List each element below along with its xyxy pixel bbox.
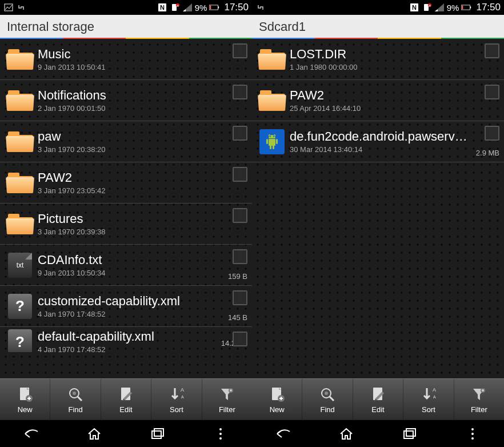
file-name: Music	[38, 47, 247, 62]
sort-icon: AA	[419, 385, 438, 404]
tool-label: New	[270, 405, 285, 414]
file-size: 159 B	[228, 272, 247, 281]
page-title: Sdcard1	[252, 15, 504, 39]
file-date: 3 Jan 1970 20:38:20	[38, 145, 247, 154]
tool-label: New	[18, 405, 33, 414]
select-checkbox[interactable]	[485, 43, 499, 58]
menu-button[interactable]	[205, 424, 237, 444]
edit-icon	[117, 385, 136, 404]
file-list-left[interactable]: Music9 Jan 2013 10:50:41 Notifications2 …	[0, 39, 252, 378]
select-checkbox[interactable]	[233, 43, 247, 58]
svg-point-26	[219, 433, 222, 435]
list-item[interactable]: txt CDAInfo.txt9 Jan 2013 10:50:34 159 B	[0, 245, 252, 286]
list-item[interactable]: de.fun2code.android.pawserv…30 Mar 2014 …	[252, 121, 504, 162]
svg-line-44	[274, 134, 275, 136]
list-item[interactable]: ? default-capability.xml4 Jan 1970 17:48…	[0, 327, 252, 352]
select-checkbox[interactable]	[233, 332, 247, 346]
select-checkbox[interactable]	[233, 167, 247, 182]
home-button[interactable]	[78, 424, 110, 444]
svg-rect-36	[470, 6, 471, 8]
back-button[interactable]	[267, 424, 299, 444]
select-checkbox[interactable]	[233, 126, 247, 141]
battery-icon	[209, 3, 219, 12]
svg-text:A: A	[433, 387, 436, 393]
list-item[interactable]: Music9 Jan 2013 10:50:41	[0, 39, 252, 80]
file-list-right[interactable]: LOST.DIR1 Jan 1980 00:00:00 PAW225 Apr 2…	[252, 39, 504, 378]
toolbar: New Find Edit AA Sort Filter	[252, 378, 504, 420]
recent-button[interactable]	[394, 424, 426, 444]
txt-icon: txt	[5, 253, 35, 278]
apk-icon	[257, 129, 287, 154]
status-bar: N ✕ 9% 17:50	[0, 0, 252, 15]
file-date: 1 Jan 1980 00:00:00	[290, 63, 499, 71]
tool-new[interactable]: New	[0, 379, 50, 420]
select-checkbox[interactable]	[233, 85, 247, 99]
svg-rect-10	[210, 6, 211, 10]
select-checkbox[interactable]	[485, 126, 499, 141]
list-item[interactable]: paw3 Jan 1970 20:38:20	[0, 121, 252, 162]
new-icon	[267, 385, 287, 404]
recent-button[interactable]	[142, 424, 174, 444]
sort-icon: AA	[167, 385, 186, 404]
list-item[interactable]: ? customized-capability.xml4 Jan 1970 17…	[0, 286, 252, 327]
svg-point-62	[471, 433, 474, 435]
tool-filter[interactable]: Filter	[202, 379, 252, 420]
file-name: CDAInfo.txt	[38, 253, 247, 268]
svg-line-43	[269, 134, 270, 136]
svg-line-15	[78, 397, 82, 401]
svg-rect-40	[276, 139, 278, 144]
sync-icon	[16, 3, 26, 12]
file-date: 2 Jan 1970 00:01:50	[38, 104, 247, 113]
file-date: 4 Jan 1970 17:48:52	[38, 345, 247, 352]
list-item[interactable]: Notifications2 Jan 1970 00:01:50	[0, 80, 252, 121]
home-button[interactable]	[330, 424, 362, 444]
sim-error-icon: ✕	[170, 3, 180, 12]
tool-label: Filter	[471, 405, 487, 414]
list-item[interactable]: PAW225 Apr 2014 16:44:10	[252, 80, 504, 121]
battery-icon	[461, 3, 471, 12]
list-item[interactable]: Pictures3 Jan 1970 20:39:38	[0, 203, 252, 245]
svg-text:A: A	[181, 395, 184, 399]
tool-sort[interactable]: AA Sort	[151, 379, 202, 420]
status-time: 17:50	[224, 2, 249, 13]
select-checkbox[interactable]	[485, 85, 499, 99]
file-name: Pictures	[38, 211, 247, 226]
tool-label: Find	[68, 405, 82, 414]
svg-rect-41	[270, 145, 271, 149]
nfc-icon: N	[409, 3, 419, 12]
tool-label: Edit	[371, 405, 384, 414]
filter-icon	[217, 385, 237, 404]
battery-pct: 9%	[447, 3, 459, 13]
select-checkbox[interactable]	[233, 208, 247, 223]
list-item[interactable]: LOST.DIR1 Jan 1980 00:00:00	[252, 39, 504, 80]
back-button[interactable]	[15, 424, 47, 444]
tool-find[interactable]: Find	[302, 379, 353, 420]
file-date: 3 Jan 1970 23:05:42	[38, 186, 247, 195]
file-name: default-capability.xml	[38, 329, 247, 344]
svg-rect-30	[424, 4, 429, 11]
folder-icon	[5, 90, 35, 111]
signal-icon	[182, 3, 193, 12]
list-item[interactable]: PAW23 Jan 1970 23:05:42	[0, 162, 252, 203]
tool-new[interactable]: New	[252, 379, 302, 420]
svg-rect-39	[266, 139, 268, 144]
tool-find[interactable]: Find	[50, 379, 101, 420]
select-checkbox[interactable]	[233, 290, 247, 305]
signal-icon	[434, 3, 445, 12]
tool-edit[interactable]: Edit	[101, 379, 151, 420]
tool-filter[interactable]: Filter	[454, 379, 504, 420]
file-name: paw	[38, 129, 247, 144]
svg-rect-24	[154, 429, 163, 436]
file-name: de.fun2code.android.pawserv…	[290, 129, 499, 144]
svg-rect-38	[269, 139, 275, 146]
tool-sort[interactable]: AA Sort	[403, 379, 454, 420]
tool-edit[interactable]: Edit	[353, 379, 403, 420]
menu-button[interactable]	[457, 424, 489, 444]
svg-rect-3	[172, 4, 177, 11]
sim-error-icon: ✕	[422, 3, 432, 12]
folder-icon	[5, 49, 35, 70]
folder-icon	[5, 214, 35, 234]
folder-icon	[5, 131, 35, 152]
select-checkbox[interactable]	[233, 249, 247, 264]
tool-label: Find	[320, 405, 334, 414]
